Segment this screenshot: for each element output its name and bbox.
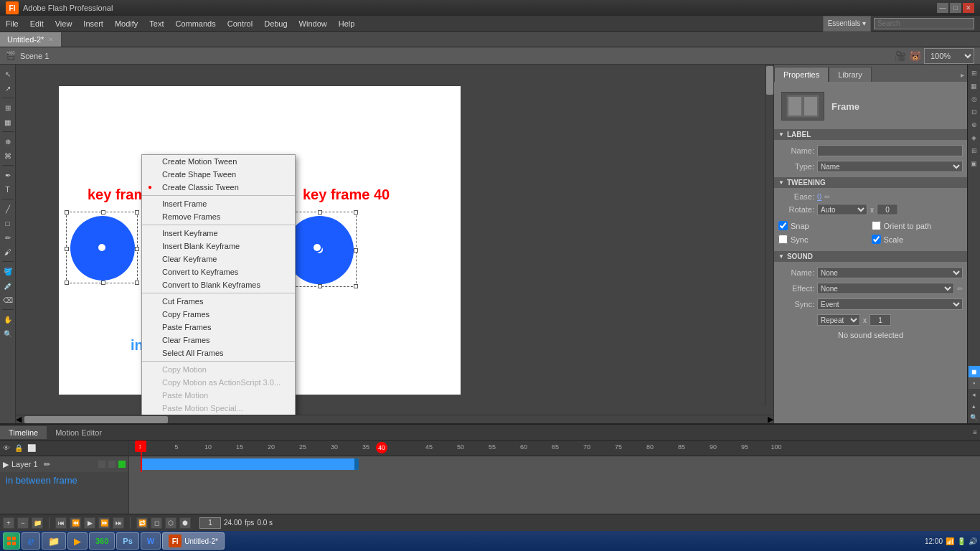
- ease-edit-icon[interactable]: ✏: [824, 193, 830, 201]
- handle40-br[interactable]: [354, 284, 358, 288]
- sync-checkbox[interactable]: [778, 235, 788, 244]
- maximize-button[interactable]: □: [950, 3, 961, 13]
- taskbar-flash[interactable]: Fl Untitled-2*: [162, 532, 225, 550]
- scrollbar-thumb-h[interactable]: [24, 416, 168, 423]
- sound-section-title[interactable]: ▼ SOUND: [774, 251, 967, 262]
- tab-close-icon[interactable]: ✕: [48, 36, 54, 43]
- paint-bucket-tool[interactable]: 🪣: [1, 265, 14, 278]
- scrollbar-thumb-v[interactable]: [766, 66, 773, 95]
- menu-edit[interactable]: Edit: [24, 16, 50, 31]
- ctx-insert-blank-keyframe[interactable]: Insert Blank Keyframe: [142, 240, 295, 253]
- eyedropper-tool[interactable]: 💉: [1, 279, 14, 292]
- taskbar-ie[interactable]: ℯ: [22, 532, 40, 550]
- hand-tool[interactable]: ✋: [1, 313, 14, 326]
- taskbar-360[interactable]: 360: [89, 532, 115, 550]
- taskbar-explorer[interactable]: 📁: [42, 532, 66, 550]
- timeline-collapse-btn[interactable]: ≡: [970, 428, 980, 436]
- ctx-insert-keyframe[interactable]: Insert Keyframe: [142, 227, 295, 240]
- scroll-left-btn[interactable]: ◀: [16, 415, 22, 423]
- add-layer-btn[interactable]: +: [3, 517, 14, 529]
- handle40-tr[interactable]: [354, 210, 358, 215]
- handle-ml[interactable]: [65, 247, 69, 251]
- frames-track[interactable]: [129, 456, 980, 472]
- frames-area[interactable]: 1 5 10 15 20 25 30 35 40 45: [129, 441, 980, 514]
- play-btn[interactable]: ▶: [84, 517, 95, 529]
- handle40-mr[interactable]: [354, 248, 358, 253]
- right-tool-2[interactable]: ▦: [969, 80, 980, 92]
- handle40-bm[interactable]: [318, 284, 322, 288]
- menu-commands[interactable]: Commands: [169, 16, 221, 31]
- subselection-tool[interactable]: ↗: [1, 82, 14, 95]
- tween-block[interactable]: [141, 458, 359, 470]
- snap-checkbox[interactable]: [778, 221, 788, 230]
- edit-frames-btn[interactable]: ◻: [151, 517, 162, 529]
- document-tab[interactable]: Untitled-2* ✕: [0, 32, 62, 47]
- tab-motion-editor[interactable]: Motion Editor: [47, 426, 110, 439]
- play-back-btn[interactable]: ⏮: [55, 517, 67, 529]
- handle-br[interactable]: [135, 281, 139, 285]
- right-tool-magnify[interactable]: 🔍: [969, 412, 980, 423]
- ctx-clear-frames[interactable]: Clear Frames: [142, 334, 295, 347]
- ctx-create-shape-tween[interactable]: Create Shape Tween: [142, 168, 295, 181]
- tab-timeline[interactable]: Timeline: [0, 426, 47, 439]
- layer-visibility-btn[interactable]: [98, 461, 105, 468]
- right-tool-5[interactable]: ⊕: [969, 119, 980, 131]
- ctx-clear-keyframe[interactable]: Clear Keyframe: [142, 253, 295, 265]
- taskbar-word[interactable]: W: [141, 532, 161, 550]
- loop-btn[interactable]: 🔁: [136, 517, 148, 529]
- handle-bl[interactable]: [65, 281, 69, 285]
- ctx-select-all-frames[interactable]: Select All Frames: [142, 347, 295, 359]
- play-forward-btn[interactable]: ⏭: [113, 517, 124, 529]
- handle-mr[interactable]: [135, 247, 139, 251]
- prev-frame-btn[interactable]: ⏪: [70, 517, 81, 529]
- rect-tool[interactable]: □: [1, 217, 14, 230]
- zoom-select[interactable]: 100% 50% 200% Fit in Window: [924, 48, 974, 64]
- zoom-tool[interactable]: 🔍: [1, 327, 14, 340]
- current-frame-input[interactable]: [199, 517, 221, 529]
- lasso-tool[interactable]: ⌘: [1, 149, 14, 162]
- ctx-paste-frames[interactable]: Paste Frames: [142, 321, 295, 334]
- line-tool[interactable]: ╱: [1, 202, 14, 215]
- blue-circle-1[interactable]: [70, 216, 135, 281]
- minimize-button[interactable]: —: [937, 3, 948, 13]
- orient-checkbox[interactable]: [872, 221, 881, 230]
- close-button[interactable]: ✕: [963, 3, 974, 13]
- blue-circle-40[interactable]: [286, 216, 354, 284]
- gradient-tool[interactable]: ▦: [1, 116, 14, 128]
- add-folder-btn[interactable]: 📁: [32, 517, 43, 529]
- canvas-scroll[interactable]: key frame 1: [16, 65, 773, 415]
- ctx-insert-frame[interactable]: Insert Frame: [142, 197, 295, 210]
- delete-layer-btn[interactable]: −: [17, 517, 29, 529]
- circle1-container[interactable]: [66, 212, 138, 283]
- ctx-create-classic-tween[interactable]: Create Classic Tween: [142, 181, 295, 194]
- eraser-tool[interactable]: ⌫: [1, 293, 14, 306]
- layer-1-row[interactable]: ▶ Layer 1 ✏: [0, 456, 128, 472]
- right-tool-6[interactable]: ◈: [969, 132, 980, 143]
- handle-tl[interactable]: [65, 210, 69, 215]
- tab-library[interactable]: Library: [829, 67, 872, 82]
- taskbar-wmp[interactable]: ▶: [67, 532, 88, 550]
- ctx-create-motion-tween[interactable]: Create Motion Tween: [142, 155, 295, 168]
- menu-file[interactable]: File: [0, 16, 24, 31]
- label-name-input[interactable]: [817, 145, 963, 156]
- playhead[interactable]: [141, 441, 142, 456]
- right-tool-9[interactable]: ▪: [969, 377, 980, 389]
- label-section-title[interactable]: ▼ LABEL: [774, 129, 967, 140]
- menu-modify[interactable]: Modify: [109, 16, 143, 31]
- tab-properties[interactable]: Properties: [774, 67, 829, 82]
- menu-text[interactable]: Text: [143, 16, 169, 31]
- menu-control[interactable]: Control: [222, 16, 258, 31]
- brush-tool[interactable]: 🖌: [1, 245, 14, 258]
- menu-debug[interactable]: Debug: [258, 16, 293, 31]
- right-tool-1[interactable]: ⊞: [969, 67, 980, 79]
- pencil-tool[interactable]: ✏: [1, 231, 14, 244]
- pen-tool[interactable]: ✒: [1, 169, 14, 182]
- right-tool-blue-1[interactable]: ◼: [969, 366, 980, 377]
- rotate-count-input[interactable]: [877, 204, 898, 215]
- sound-repeat-count[interactable]: [870, 314, 891, 326]
- ease-value[interactable]: 0: [817, 192, 821, 201]
- scrollbar-v[interactable]: [765, 65, 773, 406]
- sound-repeat-select[interactable]: Repeat Loop: [817, 314, 860, 326]
- right-tool-4[interactable]: ⊡: [969, 106, 980, 118]
- ctx-convert-keyframes[interactable]: Convert to Keyframes: [142, 265, 295, 278]
